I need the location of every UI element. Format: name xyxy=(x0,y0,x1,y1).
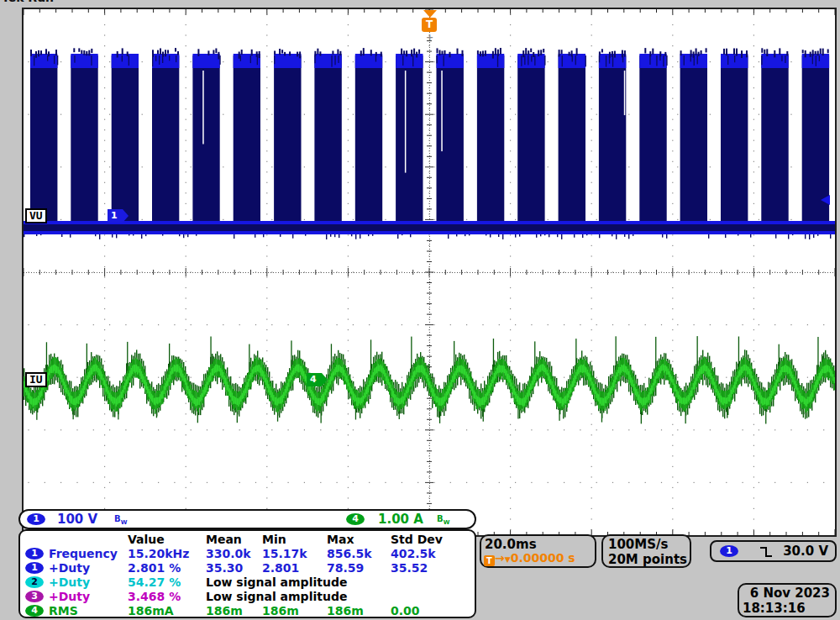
measurement-row-duty-ch3[interactable]: 3 +Duty 3.468 % Low signal amplitude xyxy=(20,590,475,604)
measurement-row-frequency[interactable]: 1 Frequency 15.20kHz 330.0k 15.17k 856.5… xyxy=(20,547,475,561)
trigger-source-badge: 1 xyxy=(720,545,738,557)
oscilloscope-ui: { "bezel": { "top_left_clipped_text": "T… xyxy=(0,0,840,620)
down-triangle-icon: ▼ xyxy=(505,555,511,564)
low-signal-note: Low signal amplitude xyxy=(206,575,347,589)
trigger-t-mini-icon: T xyxy=(484,555,495,566)
low-signal-note: Low signal amplitude xyxy=(206,590,347,603)
top-status-clipped-text: Tek Run xyxy=(2,0,102,4)
datetime-readout: 6 Nov 2023 18:13:16 xyxy=(738,583,837,617)
measurement-table[interactable]: Value Mean Min Max Std Dev 1 Frequency 1… xyxy=(18,529,476,618)
channel-1-bandwidth-icon: BW xyxy=(114,514,127,526)
channel-4-badge: 4 xyxy=(346,513,365,525)
measurement-row-duty-ch1[interactable]: 1 +Duty 2.801 % 35.30 2.801 78.59 35.52 xyxy=(20,561,475,575)
graticule-area: T + xyxy=(22,8,837,537)
channel-4-waveform-label: IU xyxy=(25,372,47,387)
falling-edge-icon xyxy=(759,545,774,559)
row-channel-badge: 3 xyxy=(25,591,44,602)
trigger-level-marker[interactable] xyxy=(821,195,830,205)
channel-1-badge: 1 xyxy=(27,513,45,525)
waveform-traces xyxy=(24,9,835,535)
row-channel-badge: 2 xyxy=(25,576,44,588)
trigger-position-readout: T→▼0.00000 s xyxy=(484,551,575,566)
timebase-scale: 20.0ms xyxy=(485,537,537,552)
channel-4-bandwidth-icon: BW xyxy=(437,514,449,526)
row-channel-badge: 1 xyxy=(25,562,44,574)
measurement-row-rms[interactable]: 4 RMS 186mA 186m 186m 186m 0.00 xyxy=(20,604,475,618)
trigger-crosshair-icon: + xyxy=(426,32,433,43)
channel-4-scale: 1.00 A xyxy=(378,512,423,527)
row-channel-badge: 4 xyxy=(25,605,44,617)
timebase-readout[interactable]: 20.0ms T→▼0.00000 s xyxy=(480,534,596,568)
date-text: 6 Nov 2023 xyxy=(750,586,830,601)
trigger-position-marker[interactable]: T + xyxy=(421,9,439,46)
record-length: 20M points xyxy=(608,552,687,567)
trigger-readout[interactable]: 1 30.0 V xyxy=(710,540,837,562)
trigger-t-icon: T xyxy=(422,18,437,32)
channel-1-waveform-label: VU xyxy=(25,208,47,223)
trigger-arrow-icon xyxy=(423,10,437,18)
channel-1-scale: 100 V xyxy=(57,512,97,527)
sample-rate: 100MS/s xyxy=(608,537,668,552)
row-channel-badge: 1 xyxy=(25,548,44,560)
measurement-row-duty-ch2[interactable]: 2 +Duty 54.27 % Low signal amplitude xyxy=(20,575,475,590)
measurement-header-row: Value Mean Min Max Std Dev xyxy=(20,533,475,547)
trigger-level: 30.0 V xyxy=(783,544,828,559)
channel-scale-bar[interactable]: 1 100 V BW 4 1.00 A BW xyxy=(18,509,476,529)
time-text: 18:13:16 xyxy=(743,601,806,616)
acquisition-readout[interactable]: 100MS/s 20M points xyxy=(601,534,691,568)
